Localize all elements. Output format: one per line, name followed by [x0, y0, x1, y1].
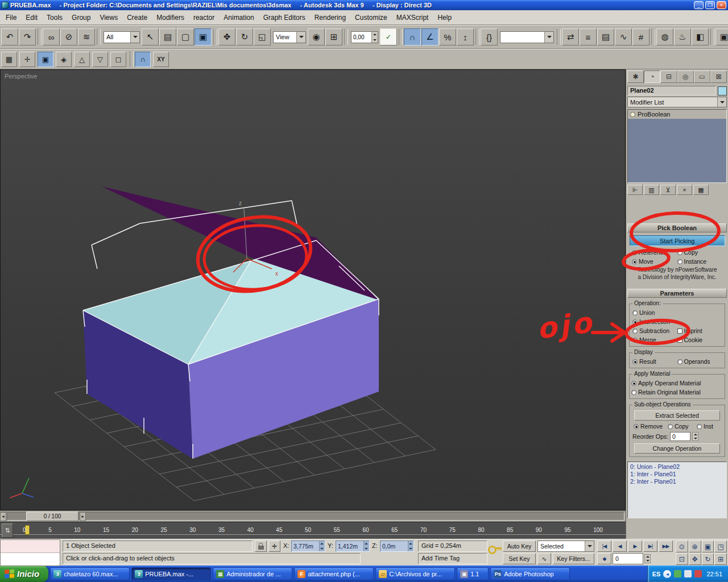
extract-selected-button[interactable]: Extract Selected [634, 410, 720, 421]
time-slider-thumb[interactable]: 0 / 100 [26, 512, 78, 521]
reorder-ops-field[interactable]: 0 [670, 432, 690, 441]
chevron-down-icon[interactable] [130, 32, 139, 43]
operand-list-item[interactable]: 0: Union - Plane02 [630, 463, 724, 471]
select-by-name-button[interactable]: ▤ [159, 28, 176, 45]
window-crossing-toggle[interactable]: ▣ [195, 28, 212, 45]
spinner-snap-button[interactable]: ↕ [457, 28, 474, 45]
radio-icon-selected[interactable] [631, 381, 636, 386]
radio-extract-copy[interactable]: Copy [668, 422, 697, 431]
chevron-down-icon[interactable] [544, 32, 553, 43]
change-operation-button[interactable]: Change Operation [634, 443, 720, 454]
undo-button[interactable]: ↶ [1, 28, 18, 45]
arc-rotate-button[interactable]: ↻ [702, 553, 714, 565]
go-to-end-button[interactable]: ▶▶ [659, 541, 673, 552]
named-sets-dropdown[interactable] [500, 31, 554, 43]
set-key-button[interactable]: Set Key [503, 553, 536, 564]
snap-face-button[interactable]: ▽ [92, 52, 108, 67]
radio-icon[interactable] [677, 359, 682, 364]
viewport-layout-button[interactable]: ▣ [715, 28, 728, 45]
select-rotate-button[interactable]: ↻ [236, 28, 253, 45]
operand-list-item[interactable]: 2: Inter - Plane01 [630, 478, 724, 485]
selection-filter-dropdown[interactable]: All [104, 31, 140, 43]
radio-icon-selected[interactable] [632, 319, 638, 325]
z-spinner[interactable] [408, 541, 413, 551]
chevron-down-icon[interactable] [717, 97, 726, 107]
taskbar-item-attachment[interactable]: Fattachment.php (... [294, 567, 374, 580]
checkbox-cookie[interactable]: Cookie [677, 335, 722, 344]
radio-remove[interactable]: Remove [634, 422, 668, 431]
snap-midpoint-button[interactable]: ◻ [110, 52, 126, 67]
play-button[interactable]: ▶ [628, 541, 642, 552]
spinner-arrows[interactable] [371, 32, 378, 43]
time-slider-right-arrow[interactable]: ▸ [80, 512, 86, 521]
menu-create[interactable]: Create [122, 11, 152, 24]
snaps-toggle-button[interactable]: ∩ [404, 28, 421, 45]
taskbar-item-administrador[interactable]: ▦Administrador de ... [213, 567, 292, 580]
next-frame-button[interactable]: ▶| [643, 541, 657, 552]
radio-intersection[interactable]: Intersection [632, 317, 677, 326]
menu-maxscript[interactable]: MAXScript [392, 11, 433, 24]
keyboard-override-toggle[interactable]: ✓ [380, 28, 397, 45]
go-to-start-button[interactable]: |◀ [597, 541, 611, 552]
schematic-view-button[interactable]: # [632, 28, 650, 45]
listener-script-row[interactable] [1, 553, 60, 566]
menu-customize[interactable]: Customize [350, 11, 392, 24]
bind-spacewarp-button[interactable]: ≋ [78, 28, 95, 45]
time-slider-track[interactable] [7, 512, 624, 521]
taskbar-item-prueba[interactable]: 3PRUEBA.max -... [131, 567, 211, 580]
menu-group[interactable]: Group [67, 11, 95, 24]
remove-modifier-button[interactable]: × [677, 185, 692, 195]
maximize-viewport-button[interactable]: ⊞ [714, 553, 727, 565]
snap-edge-button[interactable]: △ [74, 52, 90, 67]
viewport-perspective[interactable]: z x Perspective [0, 69, 626, 510]
pan-button[interactable]: ✥ [689, 553, 701, 565]
radio-apply-operand-material[interactable]: Apply Operand Material [631, 379, 723, 388]
x-coordinate-field[interactable]: 3,775m [291, 541, 325, 552]
tab-utilities[interactable]: ⊠ [710, 70, 727, 83]
tray-icon-2[interactable] [684, 570, 692, 577]
radio-copy[interactable]: Copy [677, 248, 723, 257]
menu-help[interactable]: Help [433, 11, 456, 24]
select-scale-button[interactable]: ◱ [254, 28, 271, 45]
checkbox-imprint[interactable]: Imprint [677, 326, 722, 335]
tab-create[interactable]: ✱ [627, 70, 644, 83]
tab-modify[interactable]: ◔ [644, 70, 660, 83]
tab-display[interactable]: ▭ [694, 70, 710, 83]
language-indicator[interactable]: ES [652, 571, 661, 577]
menu-modifiers[interactable]: Modifiers [152, 11, 189, 24]
select-move-button[interactable]: ✥ [218, 28, 235, 45]
key-mode-toggle[interactable]: ◆ [597, 553, 611, 564]
checkbox-icon[interactable] [677, 338, 682, 343]
menu-graph-editors[interactable]: Graph Editors [259, 11, 310, 24]
start-button[interactable]: Inicio [0, 566, 48, 582]
radio-icon-selected[interactable] [632, 259, 637, 264]
mini-curve-toggle-button[interactable]: ∿ [537, 553, 551, 564]
unlink-button[interactable]: ⊘ [60, 28, 77, 45]
menu-reactor[interactable]: reactor [189, 11, 219, 24]
radio-icon[interactable] [668, 424, 673, 429]
restore-button[interactable]: ❒ [705, 1, 715, 9]
angle-snap-button[interactable]: ∠ [421, 28, 439, 45]
checkbox-icon[interactable] [677, 329, 682, 334]
modifier-stack-item[interactable]: ProBoolean [628, 110, 726, 119]
selection-set-dropdown[interactable]: Selected [537, 541, 594, 552]
tray-icon-1[interactable] [674, 570, 681, 577]
menu-file[interactable]: File [1, 11, 21, 24]
percent-snap-spinner[interactable]: 0,00 [351, 31, 378, 43]
radio-result[interactable]: Result [632, 357, 677, 366]
radio-icon-selected[interactable] [634, 424, 639, 429]
zoom-all-button[interactable]: ⊕ [689, 541, 701, 552]
zoom-extents-button[interactable]: ▣ [702, 541, 714, 552]
select-object-button[interactable]: ↖ [142, 28, 159, 45]
radio-extract-inst[interactable]: Inst [697, 422, 721, 431]
x-spinner[interactable] [319, 541, 325, 551]
tray-icon-3[interactable] [694, 570, 702, 577]
reference-coordinate-dropdown[interactable]: View [273, 31, 306, 43]
time-slider[interactable]: ◂ 0 / 100 ▸ [0, 510, 626, 522]
snap-pivot-button[interactable]: ✛ [19, 52, 35, 67]
radio-retain-original-material[interactable]: Retain Original Material [631, 388, 723, 397]
modifier-list-dropdown[interactable]: Modifier List [627, 97, 727, 107]
close-button[interactable]: × [717, 1, 726, 9]
radio-move[interactable]: Move [632, 257, 677, 266]
rollout-pick-boolean[interactable]: Pick Boolean [627, 223, 727, 232]
